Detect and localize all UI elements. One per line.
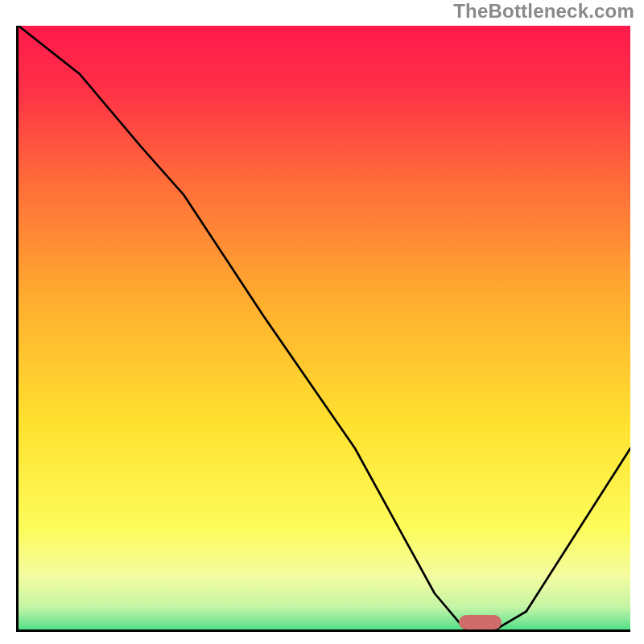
watermark-text: TheBottleneck.com: [453, 0, 634, 23]
bottleneck-curve: [19, 26, 630, 630]
chart-container: TheBottleneck.com: [0, 0, 644, 644]
plot-area: [16, 26, 630, 632]
optimal-marker: [459, 615, 502, 630]
